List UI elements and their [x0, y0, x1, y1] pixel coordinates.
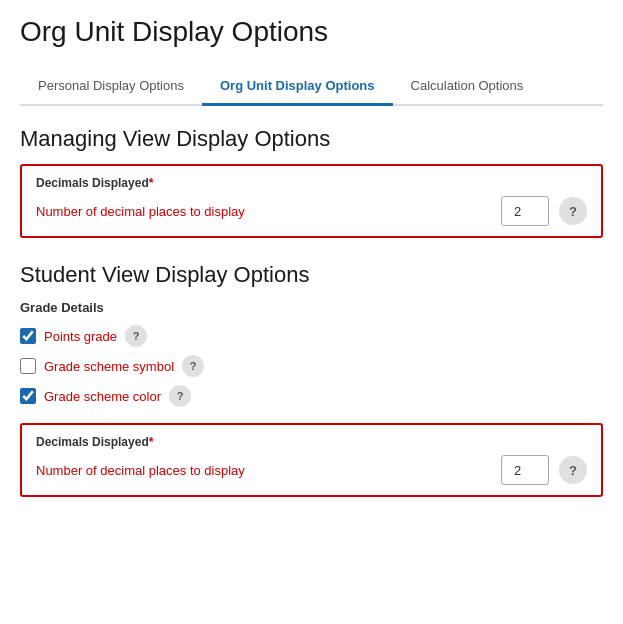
grade-scheme-color-row: Grade scheme color ?: [20, 385, 603, 407]
grade-scheme-symbol-row: Grade scheme symbol ?: [20, 355, 603, 377]
tab-org-unit[interactable]: Org Unit Display Options: [202, 68, 393, 106]
grade-scheme-symbol-label: Grade scheme symbol: [44, 359, 174, 374]
grade-scheme-symbol-checkbox[interactable]: [20, 358, 36, 374]
page-container: Org Unit Display Options Personal Displa…: [0, 0, 623, 537]
managing-decimals-row: Number of decimal places to display ?: [36, 196, 587, 226]
managing-decimals-description: Number of decimal places to display: [36, 204, 491, 219]
student-decimals-box: Decimals Displayed* Number of decimal pl…: [20, 423, 603, 497]
managing-decimals-help-button[interactable]: ?: [559, 197, 587, 225]
grade-scheme-symbol-help-button[interactable]: ?: [182, 355, 204, 377]
managing-decimals-box: Decimals Displayed* Number of decimal pl…: [20, 164, 603, 238]
grade-scheme-color-checkbox[interactable]: [20, 388, 36, 404]
managing-decimals-input[interactable]: [501, 196, 549, 226]
points-grade-label: Points grade: [44, 329, 117, 344]
student-decimals-label: Decimals Displayed*: [36, 435, 587, 449]
grade-details-label: Grade Details: [20, 300, 603, 315]
points-grade-help-button[interactable]: ?: [125, 325, 147, 347]
grade-scheme-color-label: Grade scheme color: [44, 389, 161, 404]
student-decimals-description: Number of decimal places to display: [36, 463, 491, 478]
student-decimals-help-button[interactable]: ?: [559, 456, 587, 484]
student-section: Student View Display Options Grade Detai…: [20, 262, 603, 407]
student-decimals-input[interactable]: [501, 455, 549, 485]
managing-section-title: Managing View Display Options: [20, 126, 603, 152]
tab-personal[interactable]: Personal Display Options: [20, 68, 202, 106]
managing-decimals-label: Decimals Displayed*: [36, 176, 587, 190]
points-grade-row: Points grade ?: [20, 325, 603, 347]
points-grade-checkbox[interactable]: [20, 328, 36, 344]
student-section-title: Student View Display Options: [20, 262, 603, 288]
tabs-container: Personal Display Options Org Unit Displa…: [20, 68, 603, 106]
tab-calculation[interactable]: Calculation Options: [393, 68, 542, 106]
student-decimals-row: Number of decimal places to display ?: [36, 455, 587, 485]
page-title: Org Unit Display Options: [20, 16, 603, 48]
grade-scheme-color-help-button[interactable]: ?: [169, 385, 191, 407]
